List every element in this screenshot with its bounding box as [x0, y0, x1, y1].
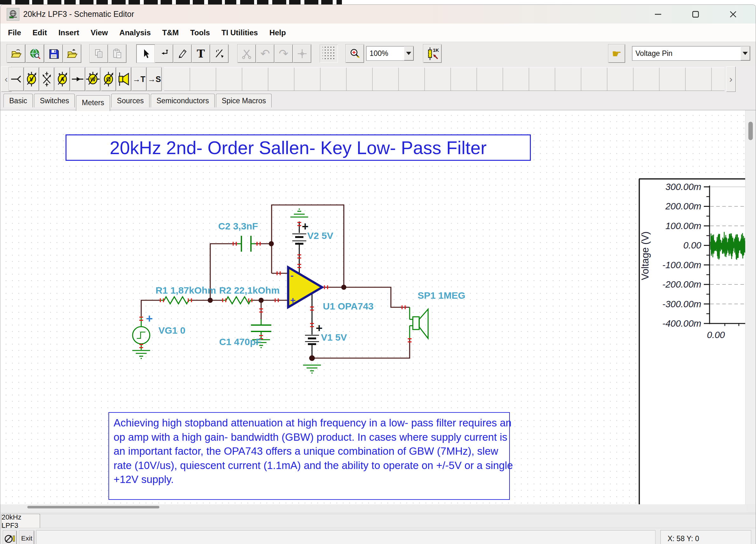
- document-tab[interactable]: 20kHz LPF3: [1, 514, 40, 528]
- main-toolbar: T ↶: [0, 42, 756, 66]
- ground-v1: [303, 365, 321, 374]
- ammeter-tool[interactable]: A: [55, 67, 70, 91]
- schematic-title-box[interactable]: 20kHz 2nd- Order Sallen- Key Low- Pass F…: [66, 134, 531, 161]
- crosshair-button[interactable]: [293, 45, 311, 63]
- tab-switches[interactable]: Switches: [34, 94, 75, 107]
- menu-item-ti-utilities[interactable]: TI Utilities: [216, 24, 264, 42]
- signal-to-time-tool[interactable]: →T: [132, 67, 146, 91]
- component-values-button[interactable]: 1K: [423, 45, 441, 63]
- voltmeter-icon: V: [25, 71, 38, 87]
- menu-item-edit[interactable]: Edit: [27, 24, 52, 42]
- menu-item-analysis[interactable]: Analysis: [114, 24, 156, 42]
- ohmmeter-tool[interactable]: Ω: [101, 67, 116, 91]
- close-button[interactable]: [726, 7, 740, 22]
- tab-basic[interactable]: Basic: [3, 94, 33, 107]
- battery-v1[interactable]: [305, 335, 319, 344]
- grid-toggle-button[interactable]: [320, 45, 338, 63]
- svg-text:-400.00m: -400.00m: [662, 318, 701, 328]
- status-message-panel: [36, 530, 655, 544]
- current-arrow-tool[interactable]: [70, 67, 85, 91]
- signal-to-spectrum-tool[interactable]: →S: [147, 67, 162, 91]
- delete-wire-icon: [213, 48, 225, 60]
- tab-semiconductors[interactable]: Semiconductors: [151, 94, 215, 107]
- coordinate-panel: X: 58 Y: 0: [660, 530, 751, 544]
- select-cursor-tool[interactable]: [136, 45, 155, 63]
- voltmeter-tool[interactable]: V: [24, 67, 39, 91]
- menu-item-help[interactable]: Help: [264, 24, 292, 42]
- delete-wire-tool[interactable]: [210, 45, 228, 63]
- component-scroll-right-button[interactable]: ›: [726, 66, 736, 92]
- svg-text:+: +: [146, 312, 153, 325]
- pointing-hand-icon: ☛: [612, 47, 621, 60]
- loudspeaker-tool[interactable]: [116, 67, 131, 91]
- vertical-scrollbar-thumb[interactable]: [748, 122, 753, 140]
- zoom-button[interactable]: [346, 45, 364, 63]
- voltage-pin-tool[interactable]: [9, 67, 24, 91]
- open-folder-icon: [10, 48, 22, 60]
- menu-item-insert[interactable]: Insert: [53, 24, 85, 42]
- label-r2[interactable]: R2 22,1kOhm: [219, 285, 280, 296]
- copy-button[interactable]: [90, 45, 108, 63]
- tab-sources[interactable]: Sources: [111, 94, 149, 107]
- undo-button[interactable]: ↶: [256, 45, 274, 63]
- menu-item-tools[interactable]: Tools: [184, 24, 216, 42]
- menu-item-view[interactable]: View: [85, 24, 114, 42]
- pencil-tool[interactable]: [173, 45, 191, 63]
- label-c1[interactable]: C1 470pF: [219, 336, 261, 347]
- document-tab-label: 20kHz LPF3: [2, 513, 40, 530]
- redo-button[interactable]: ↷: [274, 45, 293, 63]
- voltage-arrow-tool[interactable]: [39, 67, 54, 91]
- text-tool[interactable]: T: [192, 45, 210, 63]
- voltage-chart[interactable]: 300.00m200.00m100.00m0.00-100.00m-200.00…: [639, 175, 746, 504]
- zoom-level-dropdown-button[interactable]: [404, 46, 413, 60]
- open-project-button[interactable]: [63, 45, 81, 63]
- svg-text:Voltage (V): Voltage (V): [640, 231, 651, 280]
- coordinate-readout: X: 58 Y: 0: [661, 534, 699, 543]
- component-mode-dropdown-button[interactable]: [740, 46, 750, 60]
- horizontal-scrollbar-thumb[interactable]: [27, 506, 159, 508]
- label-v1[interactable]: V1 5V: [321, 332, 347, 343]
- schematic-canvas[interactable]: +++-+ 20kHz 2nd- Order Sallen- Key Low- …: [0, 110, 746, 504]
- speaker-sp1[interactable]: [410, 307, 428, 339]
- menu-item-t-m[interactable]: T&M: [156, 24, 184, 42]
- horizontal-scrollbar[interactable]: [0, 504, 746, 513]
- vertical-scrollbar[interactable]: [745, 110, 756, 504]
- description-note-box[interactable]: Achieving high stopband attenuation at h…: [108, 412, 510, 500]
- save-button[interactable]: [45, 45, 63, 63]
- label-r1[interactable]: R1 1,87kOhm: [156, 285, 216, 296]
- open-from-web-button[interactable]: [26, 45, 44, 63]
- component-mode-combo[interactable]: Voltage Pin: [632, 46, 750, 61]
- window-controls: [651, 5, 750, 24]
- crosshair-icon: [296, 48, 308, 60]
- pin-pointer-button[interactable]: ☛: [608, 45, 625, 63]
- wattmeter-tool[interactable]: W: [86, 67, 100, 91]
- paste-button[interactable]: [108, 45, 126, 63]
- wire-tool[interactable]: [155, 45, 173, 63]
- menu-item-file[interactable]: File: [2, 24, 27, 42]
- svg-text:-200.00m: -200.00m: [662, 279, 701, 289]
- label-sp1[interactable]: SP1 1MEG: [418, 290, 465, 301]
- cut-button[interactable]: [238, 45, 256, 63]
- text-tool-icon: T: [197, 47, 205, 60]
- schematic-title-text: 20kHz 2nd- Order Sallen- Key Low- Pass F…: [110, 137, 487, 158]
- component-mode-status-button[interactable]: [3, 531, 17, 544]
- voltage-pin-icon: [10, 73, 23, 86]
- tab-spice-macros[interactable]: Spice Macros: [216, 94, 272, 107]
- window-title: 20kHz LPF3 - Schematic Editor: [23, 10, 134, 19]
- exit-button[interactable]: Exit: [19, 531, 34, 544]
- battery-v2[interactable]: [292, 234, 306, 244]
- open-file-button[interactable]: [7, 45, 25, 63]
- label-v2[interactable]: V2 5V: [307, 231, 333, 241]
- maximize-button[interactable]: [688, 7, 703, 22]
- capacitor-c2[interactable]: [237, 236, 255, 252]
- application-root: 20kHz LPF3 - Schematic Editor FileEditIn…: [0, 0, 756, 544]
- svg-text:0.00: 0.00: [683, 240, 701, 251]
- minimize-button[interactable]: [651, 7, 665, 22]
- label-c2[interactable]: C2 3,3nF: [218, 221, 258, 232]
- label-vg1[interactable]: VG1 0: [158, 325, 185, 336]
- resistor-r1[interactable]: [161, 297, 191, 304]
- zoom-level-combo[interactable]: 100%: [366, 46, 414, 61]
- label-u1[interactable]: U1 OPA743: [323, 301, 374, 312]
- tab-meters[interactable]: Meters: [76, 95, 110, 111]
- title-bar[interactable]: 20kHz LPF3 - Schematic Editor: [0, 5, 756, 24]
